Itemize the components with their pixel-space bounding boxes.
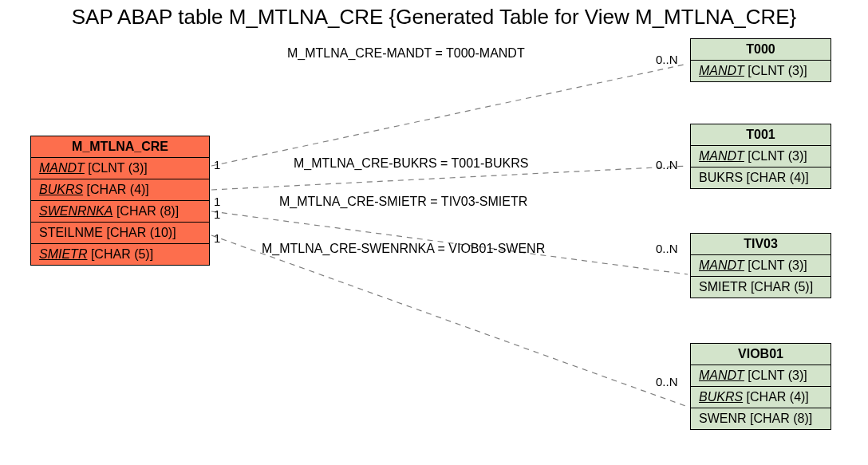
entity-tiv03-row: MANDT [CLNT (3)] xyxy=(691,255,831,277)
entity-viob01-row: SWENR [CHAR (8)] xyxy=(691,408,831,429)
cardinality-left: 1 xyxy=(214,195,220,208)
svg-line-3 xyxy=(211,235,688,407)
entity-tiv03: TIV03 MANDT [CLNT (3)] SMIETR [CHAR (5)] xyxy=(690,233,831,298)
page-title: SAP ABAP table M_MTLNA_CRE {Generated Ta… xyxy=(0,5,868,30)
entity-viob01-header: VIOB01 xyxy=(691,344,831,365)
entity-t000-header: T000 xyxy=(691,39,831,61)
relation-label: M_MTLNA_CRE-MANDT = T000-MANDT xyxy=(287,46,525,61)
relation-label: M_MTLNA_CRE-BUKRS = T001-BUKRS xyxy=(294,156,528,171)
entity-tiv03-header: TIV03 xyxy=(691,234,831,255)
cardinality-right: 0..N xyxy=(656,158,678,171)
entity-t000: T000 MANDT [CLNT (3)] xyxy=(690,38,831,82)
cardinality-left: 1 xyxy=(214,207,220,221)
entity-viob01-row: MANDT [CLNT (3)] xyxy=(691,365,831,387)
entity-main-row: MANDT [CLNT (3)] xyxy=(31,158,209,179)
entity-main-row: SWENRNKA [CHAR (8)] xyxy=(31,201,209,223)
entity-t001-row: BUKRS [CHAR (4)] xyxy=(691,167,831,188)
cardinality-left: 1 xyxy=(214,231,220,245)
cardinality-left: 1 xyxy=(214,158,220,171)
entity-t000-row: MANDT [CLNT (3)] xyxy=(691,61,831,81)
cardinality-right: 0..N xyxy=(656,375,678,388)
cardinality-right: 0..N xyxy=(656,242,678,255)
entity-main-row: STEILNME [CHAR (10)] xyxy=(31,223,209,244)
cardinality-right: 0..N xyxy=(656,53,678,66)
svg-line-0 xyxy=(211,64,688,166)
relation-label: M_MTLNA_CRE-SWENRNKA = VIOB01-SWENR xyxy=(262,242,545,256)
entity-t001-row: MANDT [CLNT (3)] xyxy=(691,146,831,167)
relation-label: M_MTLNA_CRE-SMIETR = TIV03-SMIETR xyxy=(279,195,527,209)
entity-t001: T001 MANDT [CLNT (3)] BUKRS [CHAR (4)] xyxy=(690,124,831,189)
entity-main-header: M_MTLNA_CRE xyxy=(31,136,209,158)
entity-viob01: VIOB01 MANDT [CLNT (3)] BUKRS [CHAR (4)]… xyxy=(690,343,831,430)
entity-main: M_MTLNA_CRE MANDT [CLNT (3)] BUKRS [CHAR… xyxy=(30,136,210,266)
entity-viob01-row: BUKRS [CHAR (4)] xyxy=(691,387,831,408)
entity-tiv03-row: SMIETR [CHAR (5)] xyxy=(691,277,831,298)
entity-main-row: BUKRS [CHAR (4)] xyxy=(31,179,209,201)
entity-main-row: SMIETR [CHAR (5)] xyxy=(31,244,209,265)
entity-t001-header: T001 xyxy=(691,124,831,146)
